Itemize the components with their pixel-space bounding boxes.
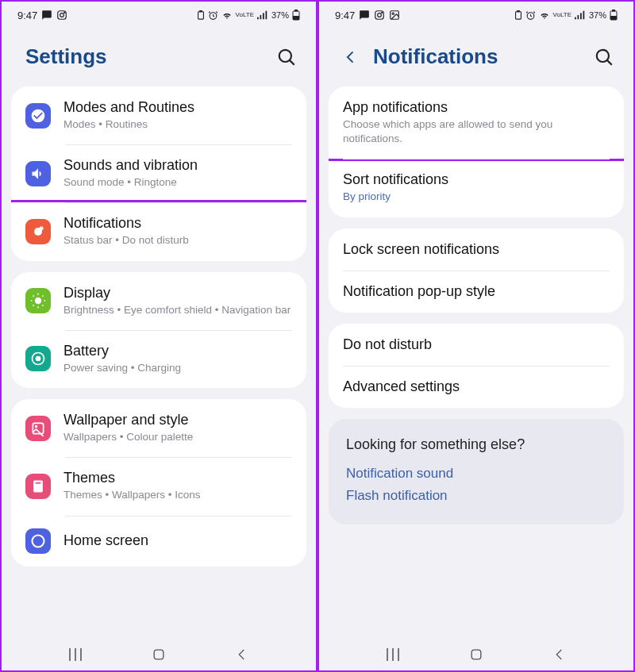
battery-percent: 37%	[271, 10, 289, 20]
svg-rect-12	[294, 17, 299, 20]
svg-line-24	[33, 305, 34, 306]
battery-icon	[610, 10, 618, 21]
notif-row[interactable]: Notification pop-up style	[329, 271, 624, 313]
settings-card: DisplayBrightness • Eye comfort shield •…	[11, 272, 306, 388]
setting-row-wallpaper[interactable]: Wallpaper and styleWallpapers • Colour p…	[11, 399, 306, 457]
row-subtitle: Choose which apps are allowed to send yo…	[343, 117, 610, 146]
row-title: Notifications	[64, 215, 292, 232]
svg-rect-42	[515, 12, 521, 19]
svg-rect-6	[257, 17, 259, 20]
battery-percent: 37%	[589, 10, 606, 20]
svg-rect-51	[611, 17, 617, 20]
looking-link[interactable]: Notification sound	[346, 466, 606, 482]
row-title: Notification pop-up style	[343, 283, 610, 300]
search-button[interactable]	[276, 47, 297, 67]
nav-back[interactable]	[551, 646, 568, 663]
nav-back[interactable]	[233, 646, 251, 663]
display-icon	[25, 288, 51, 313]
notif-card: Lock screen notificationsNotification po…	[329, 228, 624, 313]
setting-row-modes[interactable]: Modes and RoutinesModes • Routines	[11, 86, 306, 144]
volte-label: VoLTE	[553, 12, 572, 18]
looking-for-card: Looking for something else?Notification …	[329, 419, 624, 524]
page-title: Notifications	[373, 44, 584, 69]
svg-rect-57	[471, 650, 481, 659]
chat-icon	[41, 10, 52, 21]
svg-point-17	[35, 298, 41, 304]
notif-row[interactable]: App notificationsChoose which apps are a…	[329, 86, 624, 161]
svg-rect-28	[33, 423, 43, 433]
svg-rect-48	[583, 11, 584, 20]
row-subtitle: Brightness • Eye comfort shield • Naviga…	[64, 303, 292, 317]
row-title: Lock screen notifications	[343, 241, 610, 258]
svg-rect-11	[295, 10, 298, 12]
row-title: Advanced settings	[343, 378, 610, 395]
sound-icon	[25, 161, 51, 186]
nav-home[interactable]	[150, 646, 167, 663]
alarm-icon	[525, 10, 536, 21]
nav-recents[interactable]	[67, 646, 84, 663]
row-title: App notifications	[343, 99, 610, 116]
svg-point-52	[597, 49, 609, 61]
svg-rect-45	[575, 17, 576, 20]
svg-point-39	[382, 12, 383, 13]
setting-row-sound[interactable]: Sounds and vibrationSound mode • Rington…	[11, 144, 306, 202]
back-button[interactable]	[343, 49, 359, 65]
row-title: Display	[64, 285, 292, 301]
row-title: Wallpaper and style	[64, 412, 292, 428]
nav-bar	[2, 639, 316, 670]
notif-row[interactable]: Do not disturb	[329, 324, 624, 366]
row-subtitle: Modes • Routines	[64, 117, 292, 132]
notif-row[interactable]: Sort notificationsBy priority	[329, 159, 624, 217]
row-title: Sort notifications	[343, 171, 610, 188]
battery-icon-small	[197, 10, 205, 20]
notif-card: Do not disturbAdvanced settings	[329, 324, 624, 408]
wallpaper-icon	[25, 416, 51, 441]
row-title: Battery	[64, 343, 292, 359]
row-title: Themes	[64, 470, 292, 486]
notif-row[interactable]: Lock screen notifications	[329, 228, 624, 271]
notif-row[interactable]: Advanced settings	[329, 366, 624, 408]
setting-row-themes[interactable]: ThemesThemes • Wallpapers • Icons	[11, 457, 306, 515]
wifi-icon	[221, 10, 233, 20]
phone-left: 9:47 VoLTE 37% Settings Modes and Routin…	[0, 0, 318, 672]
looking-title: Looking for something else?	[346, 436, 606, 453]
status-bar: 9:47 VoLTE 37%	[2, 2, 316, 24]
chat-icon	[359, 10, 370, 21]
svg-rect-30	[33, 480, 43, 492]
setting-row-battery[interactable]: BatteryPower saving • Charging	[11, 330, 306, 388]
svg-point-41	[392, 13, 394, 14]
svg-point-2	[64, 12, 65, 13]
row-title: Sounds and vibration	[64, 157, 292, 174]
row-title: Modes and Routines	[64, 99, 292, 116]
row-title: Home screen	[64, 532, 292, 549]
svg-rect-3	[198, 12, 203, 19]
nav-bar	[319, 639, 633, 670]
setting-row-notif[interactable]: NotificationsStatus bar • Do not disturb	[11, 200, 306, 260]
image-icon	[389, 10, 400, 21]
setting-row-home[interactable]: Home screen	[11, 516, 306, 566]
svg-line-21	[42, 305, 43, 306]
modes-icon	[25, 103, 51, 129]
nav-home[interactable]	[468, 646, 485, 663]
phone-right: 9:47 VoLTE 37% Notifications App notific…	[318, 0, 635, 672]
svg-rect-8	[263, 13, 264, 19]
notifications-list[interactable]: App notificationsChoose which apps are a…	[319, 86, 633, 639]
battery-icon	[25, 346, 51, 371]
volte-label: VoLTE	[236, 12, 254, 18]
svg-rect-46	[577, 15, 579, 19]
search-button[interactable]	[594, 47, 614, 67]
settings-list[interactable]: Modes and RoutinesModes • RoutinesSounds…	[2, 86, 316, 639]
header: Notifications	[319, 24, 633, 86]
nav-recents[interactable]	[384, 646, 402, 663]
wifi-icon	[539, 10, 550, 20]
row-subtitle: Status bar • Do not disturb	[64, 233, 292, 248]
row-subtitle: Sound mode • Ringtone	[64, 175, 292, 190]
setting-row-display[interactable]: DisplayBrightness • Eye comfort shield •…	[11, 272, 306, 330]
header: Settings	[2, 24, 316, 86]
status-time: 9:47	[17, 10, 37, 21]
svg-rect-47	[580, 13, 582, 19]
row-title: Do not disturb	[343, 336, 610, 353]
looking-link[interactable]: Flash notification	[346, 488, 606, 504]
status-time: 9:47	[335, 10, 355, 21]
instagram-icon	[374, 10, 385, 21]
